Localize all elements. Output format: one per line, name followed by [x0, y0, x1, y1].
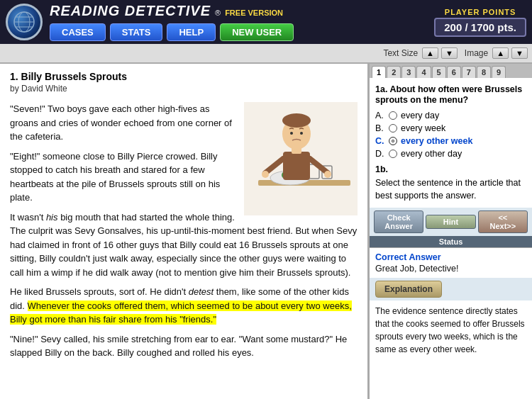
option-c-text: every other week — [401, 136, 472, 146]
svg-point-21 — [290, 132, 293, 135]
question-tab-7[interactable]: 7 — [462, 66, 476, 78]
option-b-radio[interactable] — [389, 124, 397, 133]
right-panel: 123456789 1a. About how often were Bruss… — [369, 64, 532, 399]
registered-symbol: ® — [215, 9, 221, 17]
help-button[interactable]: HELP — [167, 23, 216, 41]
explanation-button-area: Explanation — [370, 278, 532, 300]
answer-options: A. every day B. every week C. every othe… — [375, 111, 526, 159]
left-panel: 1. Billy Brussels Sprouts by David White — [0, 64, 369, 399]
question-tab-4[interactable]: 4 — [416, 66, 431, 78]
option-c-letter: C. — [375, 136, 385, 146]
header-center: READING DETECTIVE ® FREE VERSION CASES S… — [50, 3, 427, 41]
next-button[interactable]: << Next>> — [478, 210, 528, 233]
player-points-value: 200 / 1700 pts. — [434, 18, 526, 37]
question-1a-label: 1a. About how often were Brussels sprout… — [375, 84, 522, 105]
text-size-down-button[interactable]: ▼ — [441, 47, 458, 59]
option-a-radio[interactable] — [389, 111, 397, 120]
free-version-label: FREE VERSION — [225, 9, 283, 17]
svg-point-20 — [282, 113, 311, 128]
svg-rect-13 — [283, 152, 310, 180]
app-logo — [6, 4, 43, 40]
question-1b-text: Select the sentence in the article that … — [375, 177, 526, 202]
question-1a-text: About how often were Brussels sprouts on… — [375, 84, 522, 105]
story-paragraph-5: "Nine!" Sevy called, his smile stretchin… — [10, 332, 358, 360]
option-b-text: every week — [401, 123, 445, 133]
app-name: READING DETECTIVE — [50, 3, 211, 19]
svg-point-16 — [262, 171, 269, 178]
option-d[interactable]: D. every other day — [375, 149, 526, 159]
question-tab-3[interactable]: 3 — [401, 66, 416, 78]
question-area: 1a. About how often were Brussels sprout… — [370, 78, 532, 208]
option-b[interactable]: B. every week — [375, 123, 526, 133]
player-points-label: PLAYER POINTS — [434, 8, 526, 16]
option-b-letter: B. — [375, 123, 385, 133]
explanation-text: The evidence sentence directly states th… — [375, 305, 526, 356]
option-c[interactable]: C. every other week — [375, 136, 526, 146]
check-answer-button[interactable]: Check Answer — [374, 210, 423, 233]
story-paragraph-3: It wasn't his big mouth that had started… — [10, 210, 358, 280]
image-down-button[interactable]: ▼ — [511, 47, 528, 59]
explanation-button[interactable]: Explanation — [375, 281, 442, 298]
status-bar: Status — [370, 236, 532, 247]
main-content: 1. Billy Brussels Sprouts by David White — [0, 64, 532, 399]
question-tab-6[interactable]: 6 — [447, 66, 461, 78]
stats-button[interactable]: STATS — [110, 23, 163, 41]
option-a[interactable]: A. every day — [375, 111, 526, 120]
svg-point-17 — [324, 171, 331, 178]
nav-buttons: CASES STATS HELP NEW USER — [50, 23, 427, 41]
cases-button[interactable]: CASES — [50, 23, 106, 41]
explanation-text-area: The evidence sentence directly states th… — [370, 300, 532, 399]
text-size-up-button[interactable]: ▲ — [422, 47, 438, 59]
question-tab-9[interactable]: 9 — [492, 66, 506, 78]
option-a-text: every day — [401, 111, 439, 120]
image-label: Image — [465, 48, 488, 58]
svg-point-22 — [300, 132, 303, 135]
toolbar: Text Size ▲ ▼ Image ▲ ▼ — [0, 44, 532, 64]
option-d-letter: D. — [375, 149, 385, 159]
option-d-text: every other day — [401, 149, 462, 159]
story-paragraph-4: He liked Brussels sprouts, sort of. He d… — [10, 285, 358, 327]
header: READING DETECTIVE ® FREE VERSION CASES S… — [0, 0, 532, 44]
correct-answer-title: Correct Answer — [375, 252, 526, 262]
question-tab-2[interactable]: 2 — [387, 66, 401, 78]
story-author: by David White — [10, 84, 358, 94]
action-buttons-area: Check Answer Hint << Next>> — [370, 208, 532, 236]
new-user-button[interactable]: NEW USER — [220, 23, 294, 41]
question-tab-1[interactable]: 1 — [372, 66, 386, 78]
correct-answer-text: Great Job, Detective! — [375, 264, 526, 274]
correct-answer-section: Correct Answer Great Job, Detective! — [370, 247, 532, 278]
question-tabs: 123456789 — [370, 64, 532, 78]
player-points-area: PLAYER POINTS 200 / 1700 pts. — [434, 8, 526, 37]
text-size-label: Text Size — [383, 48, 418, 58]
hint-button[interactable]: Hint — [426, 215, 475, 229]
image-up-button[interactable]: ▲ — [492, 47, 509, 59]
question-tab-5[interactable]: 5 — [432, 66, 446, 78]
question-tab-8[interactable]: 8 — [477, 66, 491, 78]
story-title: 1. Billy Brussels Sprouts — [10, 71, 358, 82]
app-title-area: READING DETECTIVE ® FREE VERSION — [50, 3, 427, 19]
question-1b-label: 1b. — [375, 164, 526, 174]
option-d-radio[interactable] — [389, 150, 397, 158]
highlighted-sentence: Whenever the cooks offered them, which s… — [10, 300, 352, 325]
option-c-radio[interactable] — [389, 137, 397, 145]
option-a-letter: A. — [375, 111, 385, 120]
story-illustration — [244, 102, 358, 218]
